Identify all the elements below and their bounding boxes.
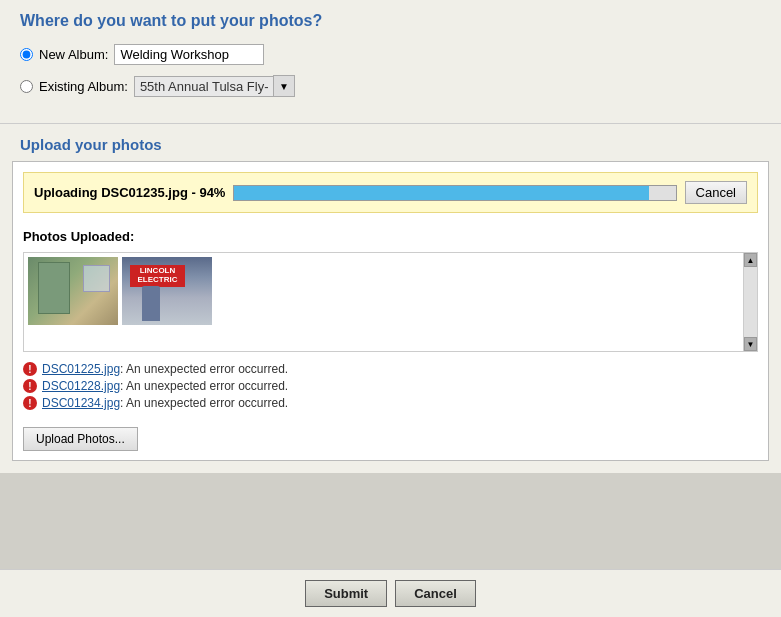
progress-label: Uploading DSC01235.jpg - 94% [34, 185, 225, 200]
progress-track [233, 185, 676, 201]
scrollbar-up[interactable]: ▲ [744, 253, 757, 267]
error-message-3: : An unexpected error occurred. [120, 396, 288, 410]
existing-album-select: ▼ [134, 75, 295, 97]
person-silhouette [142, 286, 160, 321]
error-item-2: ! DSC01228.jpg : An unexpected error occ… [23, 379, 758, 393]
top-section: Where do you want to put your photos? Ne… [0, 0, 781, 124]
progress-cancel-button[interactable]: Cancel [685, 181, 747, 204]
upload-section-title: Upload your photos [0, 124, 781, 161]
existing-album-label: Existing Album: [39, 79, 128, 94]
upload-area: Uploading DSC01235.jpg - 94% Cancel Phot… [12, 161, 769, 461]
upload-photos-button[interactable]: Upload Photos... [23, 427, 138, 451]
thumbnail-1 [28, 257, 118, 325]
error-icon-3: ! [23, 396, 37, 410]
new-album-radio[interactable] [20, 48, 33, 61]
errors-area: ! DSC01225.jpg : An unexpected error occ… [13, 356, 768, 419]
footer-buttons: Submit Cancel [0, 569, 781, 617]
error-message-1: : An unexpected error occurred. [120, 362, 288, 376]
error-item-3: ! DSC01234.jpg : An unexpected error occ… [23, 396, 758, 410]
existing-album-input[interactable] [134, 76, 274, 97]
error-filename-2[interactable]: DSC01228.jpg [42, 379, 120, 393]
new-album-label: New Album: [39, 47, 108, 62]
thumbnails-area: LINCOLNELECTRIC ▲ ▼ [23, 252, 758, 352]
page-wrapper: Where do you want to put your photos? Ne… [0, 0, 781, 617]
upload-progress-area: Uploading DSC01235.jpg - 94% Cancel [23, 172, 758, 213]
submit-button[interactable]: Submit [305, 580, 387, 607]
lincoln-sign: LINCOLNELECTRIC [130, 265, 185, 287]
scrollbar[interactable]: ▲ ▼ [743, 253, 757, 351]
error-filename-3[interactable]: DSC01234.jpg [42, 396, 120, 410]
error-icon-2: ! [23, 379, 37, 393]
error-filename-1[interactable]: DSC01225.jpg [42, 362, 120, 376]
page-title: Where do you want to put your photos? [20, 12, 761, 30]
scrollbar-down[interactable]: ▼ [744, 337, 757, 351]
existing-album-dropdown-btn[interactable]: ▼ [273, 75, 295, 97]
error-message-2: : An unexpected error occurred. [120, 379, 288, 393]
thumbnail-2: LINCOLNELECTRIC [122, 257, 212, 325]
progress-fill [234, 186, 649, 200]
new-album-input[interactable] [114, 44, 264, 65]
error-icon-1: ! [23, 362, 37, 376]
error-item-1: ! DSC01225.jpg : An unexpected error occ… [23, 362, 758, 376]
existing-album-radio[interactable] [20, 80, 33, 93]
existing-album-option: Existing Album: ▼ [20, 75, 761, 97]
photos-uploaded-label: Photos Uploaded: [13, 223, 768, 248]
cancel-button[interactable]: Cancel [395, 580, 476, 607]
new-album-option: New Album: [20, 44, 761, 65]
gray-area [0, 473, 781, 569]
